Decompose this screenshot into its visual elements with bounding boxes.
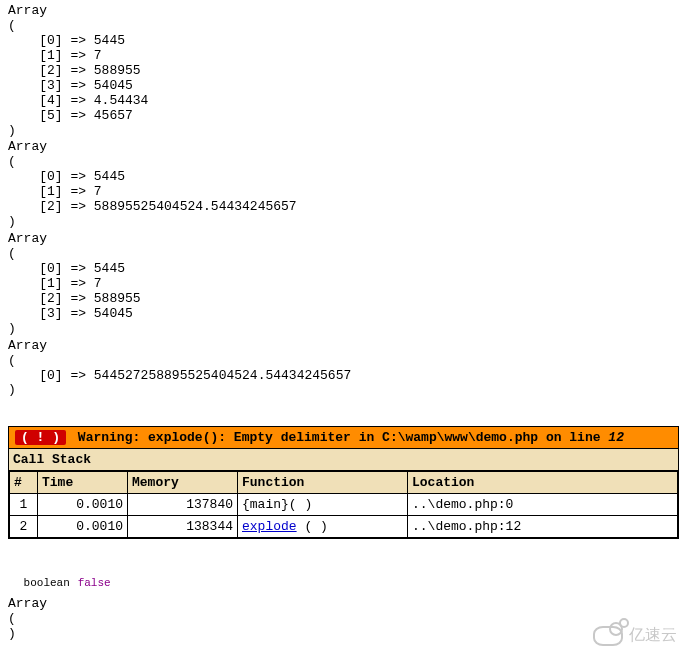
header-time: Time bbox=[38, 472, 128, 494]
array-dump: Array ( [0] => 544527258895525404524.544… bbox=[8, 339, 679, 399]
array-dump: Array ( [0] => 5445 [1] => 7 [2] => 5889… bbox=[8, 4, 679, 138]
array-dump: Array ( [0] => 5445 [1] => 7 [2] => 5889… bbox=[8, 140, 679, 230]
frame-num: 2 bbox=[10, 516, 38, 538]
header-location: Location bbox=[408, 472, 678, 494]
xdebug-error-box: ( ! ) Warning: explode(): Empty delimite… bbox=[8, 426, 679, 539]
frame-function: {main}( ) bbox=[238, 494, 408, 516]
frame-time: 0.0010 bbox=[38, 494, 128, 516]
warning-icon: ( ! ) bbox=[15, 430, 66, 445]
callstack-row: 20.0010138344explode ( )..\demo.php:12 bbox=[10, 516, 678, 538]
callstack-title: Call Stack bbox=[9, 449, 678, 471]
callstack-table: # Time Memory Function Location 10.00101… bbox=[9, 471, 678, 538]
frame-time: 0.0010 bbox=[38, 516, 128, 538]
frame-function: explode ( ) bbox=[238, 516, 408, 538]
var-type-label: boolean bbox=[24, 577, 70, 589]
cloud-icon bbox=[593, 626, 623, 646]
php-print-r-tail: Array ( ) bbox=[8, 597, 679, 642]
callstack-row: 10.0010137840{main}( )..\demo.php:0 bbox=[10, 494, 678, 516]
array-dump: Array ( [0] => 5445 [1] => 7 [2] => 5889… bbox=[8, 232, 679, 337]
warning-line-number: 12 bbox=[608, 430, 624, 445]
function-doc-link[interactable]: explode bbox=[242, 519, 297, 534]
header-memory: Memory bbox=[128, 472, 238, 494]
frame-location: ..\demo.php:12 bbox=[408, 516, 678, 538]
frame-memory: 137840 bbox=[128, 494, 238, 516]
watermark: 亿速云 bbox=[593, 625, 677, 646]
header-num: # bbox=[10, 472, 38, 494]
header-function: Function bbox=[238, 472, 408, 494]
php-print-r-output: Array ( [0] => 5445 [1] => 7 [2] => 5889… bbox=[8, 4, 679, 398]
watermark-text: 亿速云 bbox=[629, 625, 677, 646]
warning-message: Warning: explode(): Empty delimiter in C… bbox=[78, 430, 609, 445]
xdebug-warning-header: ( ! ) Warning: explode(): Empty delimite… bbox=[9, 427, 678, 449]
frame-location: ..\demo.php:0 bbox=[408, 494, 678, 516]
frame-memory: 138344 bbox=[128, 516, 238, 538]
var-dump-result: boolean false bbox=[8, 561, 679, 591]
var-value: false bbox=[78, 577, 111, 589]
frame-num: 1 bbox=[10, 494, 38, 516]
callstack-header-row: # Time Memory Function Location bbox=[10, 472, 678, 494]
